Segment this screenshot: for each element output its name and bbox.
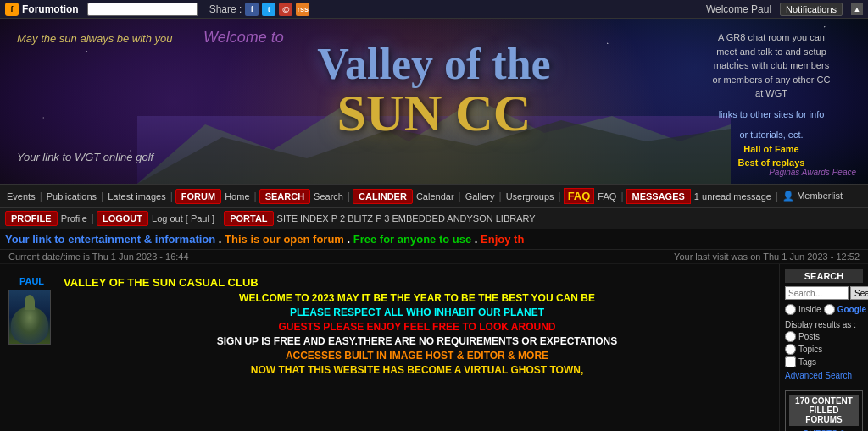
display-results-label: Display results as : — [785, 320, 863, 329]
marquee-part3: Free for anyone to use — [353, 233, 471, 246]
topics-radio-label[interactable]: Topics — [785, 344, 863, 355]
hall-of-fame: Hall of Fame — [687, 142, 856, 157]
posts-radio[interactable] — [785, 331, 796, 342]
scroll-up-icon[interactable]: ▲ — [851, 3, 863, 15]
right-box-line4: or members of any other CC — [687, 73, 856, 87]
sidebar-forums-title: 170 CONTENT FILLED FORUMS — [789, 395, 859, 426]
nav-forum-btn[interactable]: FORUM — [175, 189, 221, 204]
banner-tagline-bottom: Your link to WGT online golf — [17, 151, 153, 163]
nav-logout-btn[interactable]: LOGOUT — [97, 211, 148, 226]
avatar-column: PAUL — [8, 276, 55, 379]
nav-publications[interactable]: Publications — [45, 191, 98, 202]
right-box-line5: at WGT — [687, 86, 856, 101]
nav-messages-btn[interactable]: MESSAGES — [626, 189, 691, 204]
nav-bar: Events | Publications | Latest images | … — [0, 184, 868, 208]
email-icon[interactable]: @ — [279, 3, 292, 16]
post-line-6: NOW THAT THIS WEBSITE HAS BECOME A VIRTU… — [64, 364, 771, 376]
share-area: Share : f t @ rss — [209, 3, 310, 16]
posts-radio-label[interactable]: Posts — [785, 331, 863, 342]
right-box-line1: A GR8 chat room you can — [687, 30, 856, 45]
topics-radio[interactable] — [785, 344, 796, 355]
marquee-bar: Your link to entertainment & information… — [0, 229, 868, 250]
topics-label: Topics — [798, 345, 822, 354]
nav-latest-images[interactable]: Latest images — [106, 191, 167, 202]
inside-label: Inside — [798, 305, 821, 314]
nav-events[interactable]: Events — [5, 191, 37, 202]
date-bar: Current date/time is Thu 1 Jun 2023 - 16… — [0, 250, 868, 264]
nav-calendar-btn[interactable]: CALINDER — [353, 189, 413, 204]
sidebar-forums-box: 170 CONTENT FILLED FORUMS GUESTS & VISIT… — [785, 390, 863, 431]
nav-profile-link[interactable]: Profile — [59, 213, 89, 224]
share-label: Share : — [209, 3, 242, 15]
marquee-text: Your link to entertainment & information… — [5, 233, 524, 246]
header-banner: May the sun always be with you Welcome t… — [0, 19, 868, 184]
logo-label: Forumotion — [22, 3, 79, 15]
top-search-input[interactable] — [87, 3, 198, 16]
facebook-icon[interactable]: f — [245, 3, 259, 16]
nav-portal-btn[interactable]: PORTAL — [224, 211, 273, 226]
logo-area: f Forumotion — [5, 3, 79, 16]
sidebar-search-button[interactable]: Search — [850, 286, 868, 300]
tags-label: Tags — [798, 357, 816, 367]
sidebar-search-type: Inside Google — [785, 302, 863, 317]
tags-checkbox-label[interactable]: Tags — [785, 356, 863, 367]
nav-search-link[interactable]: Search — [312, 191, 345, 202]
links-line: links to other sites for info — [687, 108, 856, 122]
post-line-4: SIGN UP IS FREE AND EASY.THERE ARE NO RE… — [64, 335, 771, 347]
notifications-button[interactable]: Notifications — [780, 3, 843, 16]
sidebar-search-title: SEARCH — [785, 269, 863, 283]
sidebar-search-input[interactable] — [785, 286, 849, 300]
nav-search-btn[interactable]: SEARCH — [259, 189, 310, 204]
nav-logout-link[interactable]: Log out [ Paul ] — [150, 213, 216, 224]
right-box-line3: matches with club members — [687, 58, 856, 73]
avatar-image — [8, 290, 51, 345]
right-sidebar: SEARCH Search Inside Google Display resu… — [779, 264, 868, 431]
links-line2: or tutorials, ect. — [687, 128, 856, 142]
nav-gallery[interactable]: Gallery — [464, 191, 497, 202]
inside-radio[interactable] — [785, 304, 796, 315]
marquee-part4: Enjoy th — [481, 233, 524, 246]
nav-bar2: PROFILE Profile | LOGOUT Log out [ Paul … — [0, 208, 868, 229]
avatar-island — [11, 307, 48, 344]
forumotion-logo-icon: f — [5, 3, 19, 16]
google-label: Google — [837, 305, 866, 314]
marquee-part2: This is our open forum — [225, 233, 344, 246]
banner-bottom-right: Paginas Awards Peace — [769, 168, 856, 177]
banner-right-info: A GR8 chat room you can meet and talk to… — [687, 30, 856, 170]
twitter-icon[interactable]: t — [262, 3, 275, 16]
rss-icon[interactable]: rss — [296, 3, 309, 16]
sidebar-search-row: Search — [785, 286, 863, 300]
nav-home[interactable]: Home — [223, 191, 251, 202]
nav-usergroups[interactable]: Usergroups — [504, 191, 556, 202]
post-line-3: GUESTS PLEASE ENJOY FEEL FREE TO LOOK AR… — [64, 321, 771, 333]
inside-radio-label[interactable]: Inside — [785, 304, 821, 315]
nav-profile-btn[interactable]: PROFILE — [5, 211, 58, 226]
nav-unread-message[interactable]: 1 unread message — [693, 191, 773, 202]
nav-memberlist[interactable]: 👤 Memberlist — [781, 191, 844, 202]
nav-calendar-link[interactable]: Calendar — [415, 191, 456, 202]
content-area: PAUL VALLEY OF THE SUN CASUAL CLUB WELCO… — [0, 264, 868, 431]
nav-faq-icon[interactable]: FAQ — [564, 188, 595, 204]
current-datetime: Current date/time is Thu 1 Jun 2023 - 16… — [8, 251, 189, 262]
google-radio-label[interactable]: Google — [824, 304, 866, 315]
post-column: VALLEY OF THE SUN CASUAL CLUB WELCOME TO… — [64, 276, 771, 379]
topbar-right: Welcome Paul Notifications ▲ — [706, 3, 863, 16]
posts-label: Posts — [798, 332, 820, 341]
username-label: PAUL — [8, 276, 55, 286]
right-box-line2: meet and talk to and setup — [687, 45, 856, 59]
post-line-5: ACCESSES BUILT IN IMAGE HOST & EDITOR & … — [64, 350, 771, 362]
google-radio[interactable] — [824, 304, 835, 315]
advanced-search-link[interactable]: Advanced Search — [785, 371, 863, 380]
top-bar: f Forumotion Share : f t @ rss Welcome P… — [0, 0, 868, 19]
nav-faq-link[interactable]: FAQ — [596, 191, 618, 202]
marquee-part1: Your link to entertainment & information — [5, 233, 215, 246]
nav-site-index[interactable]: SITE INDEX P 2 BLITZ P 3 EMBEDDED ANDYSO… — [275, 213, 537, 224]
top-search-box — [87, 3, 198, 16]
user-section: PAUL VALLEY OF THE SUN CASUAL CLUB WELCO… — [8, 276, 771, 379]
welcome-text: Welcome Paul — [706, 3, 771, 15]
post-line-2: PLEASE RESPECT ALL WHO INHABIT OUR PLANE… — [64, 307, 771, 318]
post-line-1: WELCOME TO 2023 MAY IT BE THE YEAR TO BE… — [64, 292, 771, 304]
tags-checkbox[interactable] — [785, 356, 796, 367]
main-content: PAUL VALLEY OF THE SUN CASUAL CLUB WELCO… — [0, 264, 779, 431]
last-visit: Your last visit was on Thu 1 Jun 2023 - … — [674, 251, 860, 262]
